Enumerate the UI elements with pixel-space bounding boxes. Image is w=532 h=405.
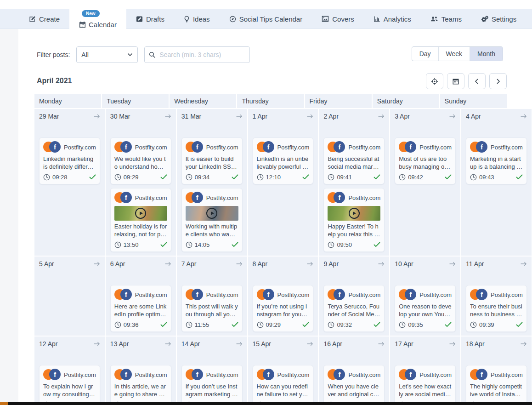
scheduled-check-icon <box>232 322 238 327</box>
day-view-arrow[interactable] <box>94 342 100 346</box>
date-picker-button[interactable] <box>447 73 464 89</box>
post-card[interactable]: fPostfity.comHappy Easter! To help you r… <box>323 188 385 252</box>
account-avatar: f <box>257 141 274 153</box>
nav-item-ideas[interactable]: Ideas <box>174 9 220 29</box>
day-view-arrow[interactable] <box>236 342 243 346</box>
view-toggle-month[interactable]: Month <box>470 47 503 61</box>
post-card[interactable]: fPostfity.comTerya Serucco, Founder of S… <box>323 285 385 332</box>
nav-item-covers[interactable]: Covers <box>312 9 364 29</box>
post-card[interactable]: fPostfity.comLet’s see how exactly are s… <box>395 365 456 405</box>
nav-item-create[interactable]: Create <box>19 9 69 29</box>
day-view-arrow[interactable] <box>307 342 313 346</box>
day-cell[interactable]: 4 AprfPostfity.comMarketing in a startup… <box>461 109 532 256</box>
post-account-row: fPostfity.com <box>328 192 380 204</box>
nav-item-drafts[interactable]: Drafts <box>126 9 174 29</box>
day-view-arrow[interactable] <box>521 262 527 266</box>
day-cell[interactable]: 11 AprfPostfity.comTo ensure their busin… <box>461 257 532 336</box>
day-view-arrow[interactable] <box>449 342 456 346</box>
post-card[interactable]: fPostfity.comLinkedin marketing is defin… <box>39 137 100 184</box>
post-card[interactable]: fPostfity.comIf you’re not using Instagr… <box>253 285 314 332</box>
search-box[interactable] <box>144 46 250 63</box>
day-cell[interactable]: 3 AprfPostfity.comMost of us are too bus… <box>390 109 460 256</box>
day-cell[interactable]: 31 MarfPostfity.comIt is easier to build… <box>177 109 247 256</box>
day-cell[interactable]: 5 Apr <box>34 257 105 336</box>
post-card[interactable]: fPostfity.comWorking with multipe client… <box>181 188 243 252</box>
nav-item-settings[interactable]: Settings <box>471 9 526 29</box>
post-card[interactable]: fPostfity.comIt is easier to build your … <box>181 137 243 184</box>
day-cell[interactable]: 29 MarfPostfity.comLinkedin marketing is… <box>34 109 105 256</box>
play-icon <box>135 208 146 219</box>
day-cell[interactable]: 2 AprfPostfity.comBeing successful at so… <box>319 109 389 256</box>
day-cell[interactable]: 16 AprfPostfity.comWhen you have clever … <box>319 337 389 405</box>
post-time: 09:34 <box>195 174 210 181</box>
post-card[interactable]: fPostfity.comThe highly competitive worl… <box>466 365 527 405</box>
day-view-arrow[interactable] <box>521 114 527 119</box>
view-toggle: DayWeekMonth <box>412 46 503 61</box>
post-card[interactable]: fPostfity.comTo explain how I grow my co… <box>39 365 100 405</box>
day-cell[interactable]: 17 AprfPostfity.comLet’s see how exactly… <box>390 337 460 405</box>
day-cell[interactable]: 10 AprfPostfity.comOne reason to develop… <box>390 257 460 336</box>
day-view-arrow[interactable] <box>521 342 527 346</box>
day-cell[interactable]: 9 AprfPostfity.comTerya Serucco, Founder… <box>319 257 389 336</box>
day-view-arrow[interactable] <box>94 114 100 119</box>
day-view-arrow[interactable] <box>94 262 100 266</box>
nav-item-analytics[interactable]: Analytics <box>364 9 421 29</box>
facebook-icon: f <box>192 192 203 203</box>
day-view-arrow[interactable] <box>236 262 243 266</box>
post-card[interactable]: fPostfity.comMarketing in a startup is a… <box>466 137 527 184</box>
clock-icon <box>328 321 334 328</box>
day-view-arrow[interactable] <box>449 262 456 266</box>
account-name: Postfity.com <box>419 291 452 298</box>
day-view-arrow[interactable] <box>165 342 171 346</box>
post-card[interactable]: fPostfity.comEaster holiday is for relax… <box>110 188 171 252</box>
clock-icon <box>257 321 264 328</box>
post-card[interactable]: fPostfity.comWhen you have clever and or… <box>323 365 385 405</box>
day-cell[interactable]: 14 AprfPostfity.comIf you don’t use Inst… <box>177 337 247 405</box>
day-date-label: 15 Apr <box>253 340 271 348</box>
day-view-arrow[interactable] <box>236 114 243 119</box>
day-view-arrow[interactable] <box>165 114 171 119</box>
day-cell[interactable]: 13 AprfPostfity.comIn this article, we a… <box>106 337 176 405</box>
post-card[interactable]: fPostfity.comOne reason to develop your … <box>395 285 456 332</box>
day-view-arrow[interactable] <box>165 262 171 266</box>
nav-item-teams[interactable]: Teams <box>421 9 471 29</box>
day-cell[interactable]: 8 AprfPostfity.comIf you’re not using In… <box>248 257 318 336</box>
day-view-arrow[interactable] <box>378 262 385 266</box>
post-account-row: fPostfity.com <box>186 369 238 381</box>
search-input[interactable] <box>158 51 245 59</box>
post-card[interactable]: fPostfity.comTo ensure their business to… <box>466 285 527 332</box>
day-cell[interactable]: 6 AprfPostfity.comHere are some LinkedIn… <box>106 257 176 336</box>
post-card[interactable]: fPostfity.comIf you don’t use Instagram … <box>181 365 243 405</box>
post-card[interactable]: fPostfity.comThis post will walk you thr… <box>181 285 243 332</box>
day-cell[interactable]: 12 AprfPostfity.comTo explain how I grow… <box>34 337 105 405</box>
filter-dropdown[interactable]: All <box>76 46 138 63</box>
day-view-arrow[interactable] <box>378 342 385 346</box>
post-card[interactable]: fPostfity.comBeing successful at social … <box>323 137 385 184</box>
post-card[interactable]: fPostfity.comHere are some LinkedIn prof… <box>110 285 171 332</box>
day-view-arrow[interactable] <box>378 114 385 119</box>
day-view-arrow[interactable] <box>307 114 313 119</box>
day-cell[interactable]: 18 AprfPostfity.comThe highly competitiv… <box>461 337 532 405</box>
filter-posts-label: Filter posts: <box>37 51 70 58</box>
nav-item-social-tips-calendar[interactable]: Social Tips Calendar <box>220 9 312 29</box>
view-toggle-day[interactable]: Day <box>412 47 438 61</box>
day-view-arrow[interactable] <box>449 114 456 119</box>
day-cell[interactable]: 1 AprfPostfity.comLinkedIn is an unbelie… <box>248 109 318 256</box>
post-text: This post will walk you through all you … <box>186 302 238 318</box>
post-card[interactable]: fPostfity.comLinkedIn is an unbelievably… <box>253 137 314 184</box>
post-card[interactable]: fPostfity.comIn this article, we are goi… <box>110 365 171 405</box>
nav-item-label: Calendar <box>89 21 117 29</box>
day-view-arrow[interactable] <box>307 262 313 266</box>
post-card[interactable]: fPostfity.comHow can you redefine failur… <box>253 365 314 405</box>
prev-month-button[interactable] <box>468 73 486 89</box>
day-cell[interactable]: 7 AprfPostfity.comThis post will walk yo… <box>177 257 247 336</box>
today-locate-button[interactable] <box>426 73 443 89</box>
day-cell[interactable]: 15 AprfPostfity.comHow can you redefine … <box>248 337 318 405</box>
post-card[interactable]: fPostfity.comWe would like you to unders… <box>110 137 171 184</box>
next-month-button[interactable] <box>489 73 507 89</box>
nav-item-calendar[interactable]: NewCalendar <box>69 9 126 29</box>
account-name: Postfity.com <box>419 371 452 378</box>
day-cell[interactable]: 30 MarfPostfity.comWe would like you to … <box>106 109 176 256</box>
post-card[interactable]: fPostfity.comMost of us are too busy man… <box>395 137 456 184</box>
view-toggle-week[interactable]: Week <box>438 47 470 61</box>
